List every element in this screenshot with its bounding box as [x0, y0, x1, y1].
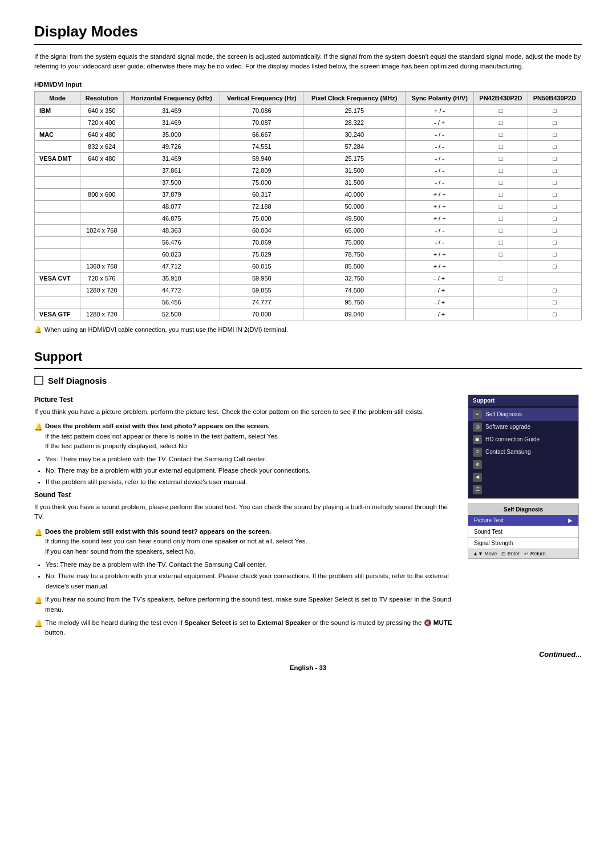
table-sync-cell: - / -: [405, 164, 473, 176]
table-resolution-cell: 640 x 480: [80, 128, 124, 140]
hdmi-note: 🔔 When using an HDMI/DVI cable connectio…: [34, 326, 582, 334]
table-pixel-cell: 30.240: [303, 128, 406, 140]
tv-icon-4: ✆: [473, 448, 482, 457]
table-sync-cell: - / -: [405, 128, 473, 140]
table-row: 56.47670.06975.000- / -□□: [35, 236, 582, 248]
table-resolution-cell: 720 x 400: [80, 116, 124, 128]
table-row: 56.45674.77795.750- / +□: [35, 296, 582, 308]
table-resolution-cell: 720 x 576: [80, 272, 124, 284]
tv-menu-icon6: ◀: [468, 471, 578, 484]
table-sync-cell: - / -: [405, 236, 473, 248]
footer-enter: ⊡ Enter: [501, 551, 520, 556]
picture-note-1a: If the test pattern does not appear or t…: [45, 433, 278, 440]
table-pn42-cell: □: [474, 212, 528, 224]
table-mode-cell: [35, 164, 80, 176]
support-title: Support: [34, 350, 582, 369]
sound-test-note1: 🔔 Does the problem still exist with this…: [34, 527, 456, 556]
table-row: 1024 x 76848.36360.00465.000- / -□□: [35, 224, 582, 236]
table-sync-cell: - / +: [405, 284, 473, 296]
tv-menu-screenshot: Support ≡ Self Diagnosis ◎ Software upgr…: [468, 395, 579, 499]
table-pixel-cell: 50.000: [303, 200, 406, 212]
table-row: 37.50075.00031.500- / -□□: [35, 176, 582, 188]
table-resolution-cell: [80, 200, 124, 212]
table-mode-cell: [35, 236, 80, 248]
table-vfreq-cell: 75.000: [220, 212, 303, 224]
bullet-yes-1: Yes: There may be a problem with the TV.…: [46, 454, 456, 465]
col-mode: Mode: [35, 91, 80, 104]
intro-paragraph: If the signal from the system equals the…: [34, 52, 582, 72]
table-resolution-cell: [80, 212, 124, 224]
table-sync-cell: - / +: [405, 272, 473, 284]
bullet-no-2: No: There may be a problem with your ext…: [46, 571, 456, 592]
picture-test-title: Picture Test: [34, 396, 456, 404]
table-pn42-cell: □: [474, 188, 528, 200]
tv-menu-icon7: ☰: [468, 484, 578, 496]
picture-test-note1: 🔔 Does the problem still exist with this…: [34, 421, 456, 451]
table-pixel-cell: 25.175: [303, 152, 406, 164]
table-hfreq-cell: 47.712: [123, 260, 220, 272]
tv-menu-header: Support: [468, 395, 578, 406]
table-row: VESA GTF1280 x 72052.50070.00089.040- / …: [35, 308, 582, 320]
table-row: VESA CVT720 x 57635.91059.95032.750- / +…: [35, 272, 582, 284]
table-sync-cell: - / +: [405, 116, 473, 128]
table-row: IBM640 x 35031.46970.08625.175+ / -□□: [35, 104, 582, 116]
display-modes-table: Mode Resolution Horizontal Frequency (kH…: [34, 91, 582, 320]
table-resolution-cell: 640 x 350: [80, 104, 124, 116]
table-pixel-cell: 32.750: [303, 272, 406, 284]
tv-icon-3: ▣: [473, 435, 482, 444]
col-sync: Sync Polarity (H/V): [405, 91, 473, 104]
table-resolution-cell: [80, 248, 124, 260]
table-pixel-cell: 95.750: [303, 296, 406, 308]
two-col-layout: Picture Test If you think you have a pic…: [34, 395, 582, 641]
table-pn42-cell: □: [474, 236, 528, 248]
table-pn42-cell: □: [474, 140, 528, 152]
table-pn42-cell: [474, 260, 528, 272]
table-sync-cell: - / -: [405, 224, 473, 236]
note-sym-1: 🔔: [34, 422, 43, 432]
table-sync-cell: - / -: [405, 152, 473, 164]
table-pn50-cell: □: [528, 140, 581, 152]
table-pn50-cell: □: [528, 224, 581, 236]
table-mode-cell: [35, 260, 80, 272]
table-mode-cell: [35, 284, 80, 296]
self-diagnosis-heading: Self Diagnosis: [34, 376, 582, 385]
table-hfreq-cell: 37.500: [123, 176, 220, 188]
table-pn50-cell: □: [528, 296, 581, 308]
table-hfreq-cell: 46.875: [123, 212, 220, 224]
note3b: Speaker Select: [184, 619, 231, 626]
table-hfreq-cell: 44.772: [123, 284, 220, 296]
footer-return: ↩ Return: [524, 551, 546, 556]
sound-test-bullets: Yes: There may be a problem with the TV.…: [46, 560, 456, 591]
table-pn50-cell: □: [528, 128, 581, 140]
note3a: The melody will be heard during the test…: [45, 619, 183, 626]
col-pn42: PN42B430P2D: [474, 91, 528, 104]
note3d: External Speaker: [257, 619, 310, 626]
table-pn42-cell: □: [474, 152, 528, 164]
table-pixel-cell: 89.040: [303, 308, 406, 320]
table-pn50-cell: □: [528, 104, 581, 116]
sound-test-note2: 🔔 If you hear no sound from the TV's spe…: [34, 595, 456, 615]
tv-sub-header: Self Diagnosis: [468, 504, 578, 515]
table-pn50-cell: □: [528, 176, 581, 188]
table-pn50-cell: [528, 272, 581, 284]
table-vfreq-cell: 70.087: [220, 116, 303, 128]
table-pn42-cell: □: [474, 176, 528, 188]
table-sync-cell: + / +: [405, 212, 473, 224]
table-resolution-cell: 1360 x 768: [80, 260, 124, 272]
table-pn42-cell: □: [474, 104, 528, 116]
tv-menu-software: ◎ Software upgrade: [468, 421, 578, 433]
table-vfreq-cell: 75.000: [220, 176, 303, 188]
table-resolution-cell: 1280 x 720: [80, 308, 124, 320]
table-vfreq-cell: 74.551: [220, 140, 303, 152]
note-icon: 🔔: [34, 326, 42, 334]
table-hfreq-cell: 56.456: [123, 296, 220, 308]
table-resolution-cell: 1280 x 720: [80, 284, 124, 296]
bullet-yes-2: Yes: There may be a problem with the TV.…: [46, 560, 456, 570]
table-pn42-cell: □: [474, 224, 528, 236]
table-mode-cell: [35, 224, 80, 236]
table-row: 1360 x 76847.71260.01585.500+ / +□: [35, 260, 582, 272]
table-mode-cell: MAC: [35, 128, 80, 140]
table-pn50-cell: □: [528, 260, 581, 272]
table-pn50-cell: □: [528, 236, 581, 248]
table-resolution-cell: 1024 x 768: [80, 224, 124, 236]
